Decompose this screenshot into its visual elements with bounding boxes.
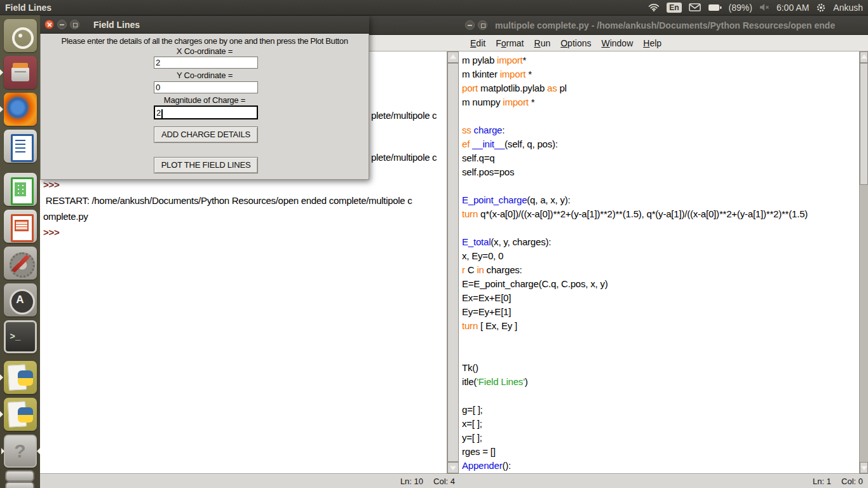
code-line: Tk() (462, 361, 859, 375)
magnitude-input[interactable]: 2 (154, 105, 258, 119)
shell-output-line: RESTART: /home/ankush/Documents/Python R… (43, 193, 412, 208)
launcher-item-software-updater[interactable]: A (4, 283, 37, 316)
code-line: itle('Field Lines') (462, 375, 859, 389)
mounted-drive-icon[interactable] (5, 470, 34, 482)
code-line: self.q=q (462, 151, 859, 165)
menu-edit[interactable]: Edit (470, 38, 485, 48)
y-coordinate-label: Y Co-ordinate = (41, 71, 369, 80)
terminal-glyph: >_ (6, 332, 35, 342)
scroll-up-icon[interactable] (860, 51, 868, 63)
editor-menubar: EditFormatRunOptionsWindowHelp (460, 35, 868, 51)
shell-scrollbar[interactable] (447, 51, 459, 473)
field-lines-dialog: Field Lines Please enter the details of … (40, 16, 369, 180)
editor-scrollbar[interactable] (859, 51, 868, 473)
launcher-item-python-idle-1[interactable] (4, 361, 37, 394)
code-line (462, 333, 859, 347)
system-tray: En (89%) 6:00 AM Ankush (648, 3, 868, 13)
session-gear-icon[interactable] (816, 3, 826, 13)
mail-icon[interactable] (689, 3, 701, 11)
maximize-icon[interactable] (478, 20, 487, 30)
clock[interactable]: 6:00 AM (776, 3, 809, 13)
menu-options[interactable]: Options (560, 38, 591, 48)
code-line (462, 389, 859, 403)
editor-window: multipole complete.py - /home/ankush/Doc… (460, 16, 868, 488)
menu-help[interactable]: Help (643, 38, 661, 48)
dialog-titlebar[interactable]: Field Lines (40, 16, 369, 34)
mounted-drive-icon[interactable] (5, 482, 34, 488)
editor-col-indicator: Col: 0 (841, 477, 863, 486)
launcher-item-unknown-app[interactable]: ? (4, 435, 37, 468)
add-charge-button[interactable]: ADD CHARGE DETAILS (154, 126, 258, 143)
scroll-down-icon[interactable] (860, 462, 868, 473)
code-line: Appender(): (462, 459, 859, 473)
wifi-icon[interactable] (648, 3, 660, 11)
shell-line-indicator: Ln: 10 (400, 477, 423, 486)
battery-icon[interactable] (708, 4, 722, 11)
launcher-item-dash-home[interactable] (4, 19, 37, 52)
maximize-icon[interactable] (70, 20, 79, 29)
launcher-item-python-idle-2[interactable] (4, 398, 37, 431)
scrollbar-thumb[interactable] (860, 63, 868, 185)
code-line: m numpy import * (462, 95, 859, 109)
menu-window[interactable]: Window (601, 38, 633, 48)
keyboard-layout-indicator[interactable]: En (667, 3, 681, 13)
code-line: E=E_point_charge(C.q, C.pos, x, y) (462, 277, 859, 291)
shell-statusbar: Ln: 10 Col: 4 (40, 473, 460, 488)
code-line: ef __init__(self, q, pos): (462, 137, 859, 151)
desktop: multipole complete.py - /home/ankush/Doc… (0, 0, 868, 488)
editor-titlebar[interactable]: multipole complete.py - /home/ankush/Doc… (460, 16, 868, 35)
focused-indicator-icon (37, 448, 40, 454)
y-coordinate-input[interactable] (154, 81, 258, 93)
code-line: Ex=Ex+E[0] (462, 291, 859, 305)
minimize-icon[interactable] (57, 20, 67, 29)
code-line: self.pos=pos (462, 165, 859, 179)
launcher-item-firefox[interactable] (4, 93, 37, 126)
code-line: y=[ ]; (462, 431, 859, 445)
running-indicator-icon (0, 106, 3, 112)
menu-format[interactable]: Format (496, 38, 524, 48)
code-line: turn q*(x-a[0])/((x-a[0])**2+(y-a[1])**2… (462, 207, 859, 221)
software-updater-glyph: A (4, 294, 37, 306)
editor-statusbar: Ln: 1 Col: 0 (460, 473, 868, 488)
battery-percent[interactable]: (89%) (729, 3, 752, 13)
unknown-app-glyph: ? (5, 440, 36, 462)
editor-code-area[interactable]: m pylab import*m tkinter import *port ma… (462, 53, 859, 473)
close-icon[interactable] (44, 20, 54, 29)
shell-output: >>> RESTART: /home/ankush/Documents/Pyth… (43, 177, 412, 240)
x-coordinate-label: X Co-ordinate = (41, 46, 369, 56)
scrollbar-thumb[interactable] (447, 63, 459, 462)
code-line: turn [ Ex, Ey ] (462, 319, 859, 333)
minimize-icon[interactable] (465, 20, 475, 30)
shell-output-fragment: plete/multipole c (371, 110, 437, 121)
running-indicator-icon (0, 69, 3, 76)
editor-line-indicator: Ln: 1 (813, 477, 831, 486)
top-panel: Field Lines En (89%) (0, 0, 868, 15)
shell-prompt: >>> (43, 224, 412, 240)
launcher-item-system-settings[interactable] (4, 247, 37, 280)
shell-col-indicator: Col: 4 (433, 477, 455, 486)
code-line: g=[ ]; (462, 403, 859, 417)
dialog-title: Field Lines (93, 20, 140, 30)
magnitude-value: 2 (156, 108, 161, 118)
dialog-instruction: Please enter the details of all the char… (42, 36, 367, 46)
menu-run[interactable]: Run (534, 38, 551, 48)
username[interactable]: Ankush (833, 3, 863, 13)
text-cursor (161, 109, 163, 118)
dialog-body: Please enter the details of all the char… (40, 34, 369, 180)
code-line: m tkinter import * (462, 67, 859, 81)
code-line: E_point_charge(q, a, x, y): (462, 193, 859, 207)
code-line: Ey=Ey+E[1] (462, 305, 859, 319)
x-coordinate-input[interactable] (154, 57, 258, 69)
scroll-up-icon[interactable] (447, 51, 459, 63)
code-line: m pylab import* (462, 53, 859, 67)
plot-field-lines-button[interactable]: PLOT THE FIELD LINES (154, 157, 258, 173)
launcher-item-libreoffice-calc[interactable] (4, 173, 37, 206)
launcher-item-terminal[interactable]: >_ (4, 320, 37, 353)
launcher-item-files[interactable] (4, 56, 37, 89)
volume-muted-icon[interactable] (759, 3, 770, 11)
editor-window-title: multipole complete.py - /home/ankush/Doc… (495, 20, 835, 30)
launcher-item-libreoffice-writer[interactable] (4, 130, 37, 163)
scroll-down-icon[interactable] (447, 462, 459, 473)
code-line: E_total(x, y, charges): (462, 235, 859, 249)
launcher-item-libreoffice-impress[interactable] (4, 210, 37, 243)
